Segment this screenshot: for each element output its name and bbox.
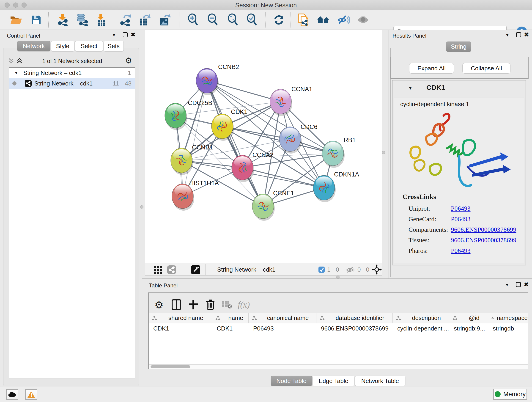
- network-node-cdkn1a[interactable]: [313, 175, 336, 202]
- horizontal-scrollbar[interactable]: [149, 364, 528, 369]
- table-cell[interactable]: P06493: [249, 323, 317, 333]
- fit-selected-crosshair-icon[interactable]: [372, 264, 382, 274]
- network-node-ccna1[interactable]: [270, 89, 292, 116]
- tab-network[interactable]: Network: [17, 41, 51, 51]
- tab-select[interactable]: Select: [75, 41, 103, 51]
- function-builder-button[interactable]: f(x): [237, 298, 250, 311]
- bottom-splitter-handle[interactable]: [336, 275, 340, 279]
- network-canvas[interactable]: CCNB2CCNA1CDC25BCDK1CDC6RB1CCNB1CCNA2CDK…: [145, 30, 382, 263]
- zoom-out-button[interactable]: [205, 13, 221, 27]
- collapse-all-networks-icon[interactable]: [8, 58, 15, 64]
- collapse-panel-icon[interactable]: ▼: [505, 282, 509, 287]
- delete-table-icon[interactable]: [220, 298, 234, 311]
- network-edge[interactable]: [183, 81, 207, 196]
- tab-sets[interactable]: Sets: [104, 41, 124, 51]
- float-panel-icon[interactable]: [516, 32, 521, 37]
- network-edge[interactable]: [207, 81, 263, 206]
- column-header-shared-name[interactable]: shared name: [149, 313, 212, 323]
- delete-column-trash-icon[interactable]: [204, 298, 217, 311]
- column-header-description[interactable]: description: [393, 313, 449, 323]
- network-view-title: String Network – cdk1: [217, 266, 275, 273]
- network-node-ccna2[interactable]: [232, 155, 254, 182]
- network-node-ccne1[interactable]: [252, 194, 275, 221]
- close-panel-icon[interactable]: ✖: [524, 281, 529, 288]
- column-header-canonical-name[interactable]: canonical name: [249, 313, 317, 323]
- network-row[interactable]: String Network – cdk1 11 48: [9, 78, 135, 89]
- zoom-in-button[interactable]: [185, 13, 201, 27]
- node-label: HIST1H1A: [189, 180, 219, 186]
- network-node-ccnb2[interactable]: [196, 68, 219, 95]
- collection-expander-icon[interactable]: ▼: [14, 70, 18, 75]
- network-node-rb1[interactable]: [322, 141, 345, 168]
- cloud-button[interactable]: [6, 389, 18, 400]
- network-node-ccnb1[interactable]: [171, 148, 193, 175]
- grid-view-icon[interactable]: [153, 265, 162, 274]
- network-share-gray-icon[interactable]: [167, 265, 176, 274]
- table-row[interactable]: CDK1CDK1P064939606.ENSP00000378699cyclin…: [149, 323, 528, 333]
- warnings-button[interactable]: [25, 389, 37, 400]
- column-header-database-identifier[interactable]: database identifier: [317, 313, 393, 323]
- hidden-eye-icon[interactable]: [346, 267, 355, 274]
- node-table[interactable]: shared namenamecanonical namedatabase id…: [149, 313, 528, 364]
- show-graphics-button[interactable]: [355, 13, 371, 27]
- import-network-button[interactable]: [55, 13, 70, 27]
- network-node-cdc25b[interactable]: [165, 103, 187, 130]
- tab-network-table[interactable]: Network Table: [355, 376, 405, 386]
- crosslink-link[interactable]: P06493: [451, 247, 471, 254]
- import-table-button[interactable]: [93, 13, 109, 27]
- right-splitter-handle[interactable]: [382, 151, 385, 154]
- tab-edge-table[interactable]: Edge Table: [312, 376, 355, 386]
- collapse-panel-icon[interactable]: ▼: [112, 32, 116, 38]
- show-columns-icon[interactable]: [170, 298, 183, 311]
- network-collection-row[interactable]: ▼ String Network – cdk1 1: [9, 68, 135, 78]
- refresh-button[interactable]: [271, 13, 287, 27]
- crosslink-link[interactable]: 9606.ENSP00000378699: [451, 236, 516, 244]
- memory-button[interactable]: Memory: [493, 389, 527, 400]
- float-panel-icon[interactable]: [516, 282, 521, 287]
- collapse-panel-icon[interactable]: ▼: [505, 32, 510, 38]
- network-node-hist1h1a[interactable]: [172, 184, 194, 211]
- network-node-cdk1[interactable]: [211, 114, 234, 141]
- table-cell[interactable]: 9606.ENSP00000378699: [317, 323, 393, 333]
- float-panel-icon[interactable]: [123, 32, 128, 37]
- left-splitter-handle[interactable]: [140, 205, 143, 209]
- birds-eye-view-icon[interactable]: [191, 265, 200, 274]
- gene-expander-icon[interactable]: ▼: [408, 85, 413, 91]
- export-image-button[interactable]: [157, 13, 173, 27]
- tab-node-table[interactable]: Node Table: [271, 376, 312, 386]
- table-cell[interactable]: stringdb: [488, 323, 528, 333]
- close-panel-icon[interactable]: ✖: [131, 31, 136, 38]
- table-cell[interactable]: CDK1: [212, 323, 249, 333]
- expand-all-button[interactable]: Expand All: [409, 63, 454, 74]
- expand-all-networks-icon[interactable]: [17, 58, 23, 64]
- import-network-from-database-button[interactable]: [74, 13, 90, 27]
- network-graph[interactable]: CCNB2CCNA1CDC25BCDK1CDC6RB1CCNB1CCNA2CDK…: [145, 30, 382, 263]
- save-session-button[interactable]: [28, 13, 44, 27]
- hide-unhide-button[interactable]: [336, 13, 352, 27]
- network-options-gear-icon[interactable]: ⚙: [125, 56, 132, 65]
- scrollbar-thumb[interactable]: [151, 365, 190, 368]
- tab-string[interactable]: String: [446, 41, 471, 52]
- collapse-all-button[interactable]: Collapse All: [462, 63, 510, 74]
- close-panel-icon[interactable]: ✖: [524, 31, 529, 38]
- column-header--id[interactable]: @id: [449, 313, 488, 323]
- table-cell[interactable]: cyclin-dependent ...: [393, 323, 449, 333]
- column-header-name[interactable]: name: [212, 313, 249, 323]
- string-home-button[interactable]: [316, 13, 331, 27]
- open-session-button[interactable]: [8, 13, 24, 27]
- selected-checkbox-icon[interactable]: [318, 267, 325, 273]
- tab-style[interactable]: Style: [51, 41, 75, 51]
- zoom-fit-button[interactable]: [225, 13, 241, 27]
- crosslink-link[interactable]: P06493: [451, 216, 471, 223]
- crosslink-link[interactable]: P06493: [451, 205, 471, 212]
- table-cell[interactable]: CDK1: [149, 323, 212, 333]
- column-header-namespace[interactable]: namespace: [488, 313, 528, 323]
- table-settings-gear-icon[interactable]: ⚙: [152, 298, 166, 311]
- crosslink-link[interactable]: 9606.ENSP00000378699: [451, 226, 516, 233]
- string-import-button[interactable]: [295, 13, 311, 27]
- export-table-button[interactable]: [137, 13, 153, 27]
- table-cell[interactable]: stringdb:9...: [449, 323, 488, 333]
- zoom-selected-button[interactable]: [244, 13, 260, 27]
- export-network-button[interactable]: [118, 13, 133, 27]
- create-column-icon[interactable]: [187, 298, 200, 311]
